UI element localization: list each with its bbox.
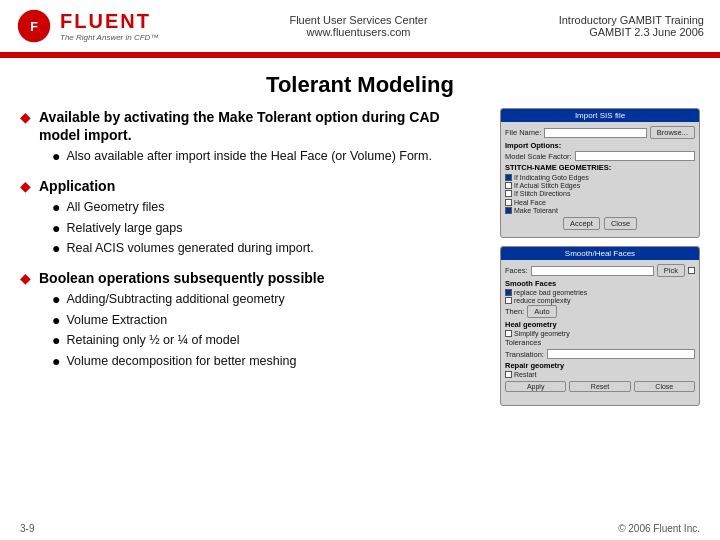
accept-button[interactable]: Accept [563,217,600,230]
sub-bullet-icon: ● [52,147,60,167]
sub-item-text: Relatively large gaps [66,220,182,238]
bullet-icon-2: ◆ [20,178,31,194]
tolerances-row: Tolerances [505,338,695,347]
bullet-icon-3: ◆ [20,270,31,286]
reset-button[interactable]: Reset [569,381,630,392]
sub-bullet-icon: ● [52,219,60,239]
section-make-tolerant: ◆ Available by activating the Make Toler… [20,108,478,167]
smooth-heal-panel: Smooth/Heal Faces Faces: Pick Smooth Fac… [500,246,700,406]
list-item: ● Retaining only ½ or ¼ of model [52,332,478,351]
faces-row: Faces: Pick [505,264,695,277]
replace-bad-label: replace bad geometries [514,289,587,296]
page-footer: 3-9 © 2006 Fluent Inc. [0,523,720,534]
radio-group: If Indicating Goto Edges If Actual Stitc… [505,174,695,197]
faces-checkbox[interactable] [688,267,695,274]
header-right: Introductory GAMBIT Training GAMBIT 2.3 … [559,14,704,38]
radio-2[interactable] [505,182,512,189]
translation-input[interactable] [547,349,695,359]
radio-1[interactable] [505,174,512,181]
list-item: ● Relatively large gaps [52,220,478,239]
model-scale-input[interactable] [575,151,695,161]
page-header: F FLUENT The Right Answer in CFD™ Fluent… [0,0,720,54]
heal-geometry-section: Heal geometry [505,320,695,329]
header-center: Fluent User Services Center www.fluentus… [289,14,427,38]
browse-button[interactable]: Browse... [650,126,695,139]
radio-label-2: If Actual Stitch Edges [514,182,580,189]
sub-item-text: Volume decomposition for better meshing [66,353,296,371]
simplify-geom-checkbox[interactable] [505,330,512,337]
svg-text:F: F [30,20,38,34]
then-row: Then: Auto [505,305,695,318]
make-tolerant-checkbox[interactable] [505,207,512,214]
sub-item-text: Volume Extraction [66,312,167,330]
list-item: ● Also available after import inside the… [52,148,478,167]
list-item: ● Volume Extraction [52,312,478,331]
apply-button[interactable]: Apply [505,381,566,392]
radio-label-3: If Stitch Directions [514,190,570,197]
list-item: ● Adding/Subtracting additional geometry [52,291,478,310]
copyright-text: © 2006 Fluent Inc. [618,523,700,534]
import-options-label: Import Options: [505,141,695,150]
restart-checkbox[interactable] [505,371,512,378]
sub-item-text: Real ACIS volumes generated during impor… [66,240,313,258]
logo-tagline: The Right Answer in CFD™ [60,33,158,42]
faces-input[interactable] [531,266,654,276]
radio-row-3: If Stitch Directions [505,190,695,197]
import-sis-panel: Import SIS file File Name: Browse... Imp… [500,108,700,238]
repair-geometry-section: Repair geometry [505,361,695,370]
list-item: ● Real ACIS volumes generated during imp… [52,240,478,259]
heal-face-checkbox[interactable] [505,199,512,206]
restart-label: Restart [514,371,537,378]
bullet-icon-1: ◆ [20,109,31,125]
heal-face-label: Heal Face [514,199,546,206]
radio-3[interactable] [505,190,512,197]
reduce-complexity-label: reduce complexity [514,297,570,304]
import-panel-title: Import SIS file [501,109,699,122]
section-title-1: Available by activating the Make Toleran… [39,108,478,144]
list-item: ● All Geometry files [52,199,478,218]
stitching-label: STITCH-NAME GEOMETRIES: [505,163,695,172]
simplify-geom-label: Simplify geometry [514,330,570,337]
replace-bad-checkbox[interactable] [505,289,512,296]
section-title-2: Application [39,177,115,195]
faces-label: Faces: [505,266,528,275]
reduce-complexity-checkbox[interactable] [505,297,512,304]
heal-face-row: Heal Face [505,199,695,206]
tolerances-label: Tolerances [505,338,541,347]
sub-bullet-icon: ● [52,290,60,310]
then-label: Then: [505,307,524,316]
sub-bullet-icon: ● [52,311,60,331]
section-title-3: Boolean operations subsequently possible [39,269,325,287]
section-header-1: ◆ Available by activating the Make Toler… [20,108,478,144]
logo-text: FLUENT The Right Answer in CFD™ [60,10,158,42]
left-column: ◆ Available by activating the Make Toler… [20,108,488,406]
close-panel-button[interactable]: Close [634,381,695,392]
section-application: ◆ Application ● All Geometry files ● Rel… [20,177,478,259]
replace-bad-row: replace bad geometries [505,289,695,296]
file-name-row: File Name: Browse... [505,126,695,139]
radio-row-2: If Actual Stitch Edges [505,182,695,189]
pick-button[interactable]: Pick [657,264,685,277]
translation-label: Translation: [505,350,544,359]
radio-row-1: If Indicating Goto Edges [505,174,695,181]
section-header-3: ◆ Boolean operations subsequently possib… [20,269,478,287]
make-tolerant-label: Make Tolerant [514,207,558,214]
restart-row: Restart [505,371,695,378]
close-button[interactable]: Close [604,217,637,230]
header-right-line2: GAMBIT 2.3 June 2006 [559,26,704,38]
header-right-line1: Introductory GAMBIT Training [559,14,704,26]
section-boolean: ◆ Boolean operations subsequently possib… [20,269,478,372]
section-header-2: ◆ Application [20,177,478,195]
sub-item-text: Retaining only ½ or ¼ of model [66,332,239,350]
file-name-label: File Name: [505,128,541,137]
file-name-input[interactable] [544,128,646,138]
translation-row: Translation: [505,349,695,359]
header-center-line2: www.fluentusers.com [289,26,427,38]
smooth-faces-section: Smooth Faces [505,279,695,288]
sub-list-1: ● Also available after import inside the… [52,148,478,167]
content-area: ◆ Available by activating the Make Toler… [0,108,720,406]
make-tolerant-row: Make Tolerant [505,207,695,214]
model-scale-row: Model Scale Factor: [505,151,695,161]
logo-fluent-name: FLUENT [60,10,158,33]
auto-button[interactable]: Auto [527,305,556,318]
